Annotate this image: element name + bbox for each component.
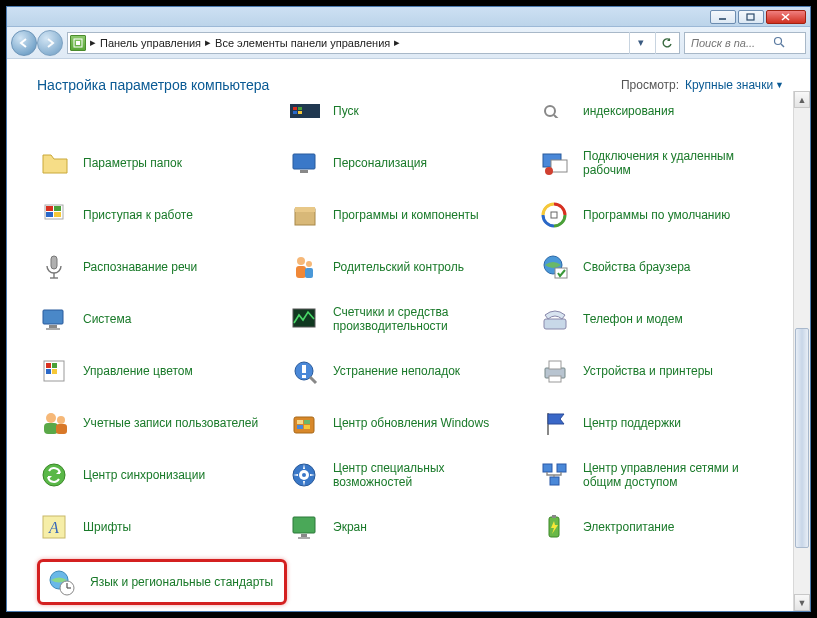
address-bar[interactable]: ▸ Панель управления ▸ Все элементы панел…	[67, 32, 680, 54]
address-dropdown-button[interactable]: ▾	[629, 32, 651, 54]
content-area: ПускиндексированияПараметры папокПерсона…	[7, 91, 810, 611]
svg-point-13	[545, 106, 555, 116]
scroll-down-button[interactable]: ▼	[794, 594, 810, 611]
svg-rect-61	[297, 425, 303, 429]
view-options: Просмотр: Крупные значки ▼	[621, 78, 784, 92]
scroll-track[interactable]	[794, 108, 810, 594]
globe-check-icon	[537, 249, 573, 285]
svg-rect-12	[298, 111, 302, 114]
cp-item-mic[interactable]: Распознавание речи	[37, 247, 287, 287]
item-label: Устройства и принтеры	[583, 364, 713, 378]
search-icon	[773, 36, 785, 50]
cp-item-defaults[interactable]: Программы по умолчанию	[537, 195, 787, 235]
svg-rect-24	[54, 212, 61, 217]
svg-rect-16	[300, 170, 308, 173]
item-label: Пуск	[333, 104, 359, 118]
svg-rect-40	[46, 328, 60, 330]
cp-item-system[interactable]: Система	[37, 299, 287, 339]
svg-rect-26	[295, 207, 315, 212]
cp-item-desktop[interactable]: Персонализация	[287, 143, 537, 183]
view-label: Просмотр:	[621, 78, 679, 92]
folder-icon	[37, 145, 73, 181]
cp-item-family[interactable]: Родительский контроль	[287, 247, 537, 287]
cp-item-update[interactable]: Центр обновления Windows	[287, 403, 537, 443]
item-label: Распознавание речи	[83, 260, 197, 274]
item-label: Учетные записи пользователей	[83, 416, 258, 430]
cp-item-action-flag[interactable]: Центр поддержки	[537, 403, 787, 443]
cp-item-users[interactable]: Учетные записи пользователей	[37, 403, 287, 443]
breadcrumb-level1[interactable]: Панель управления	[100, 37, 201, 49]
svg-rect-38	[43, 310, 63, 324]
defaults-icon	[537, 197, 573, 233]
phone-icon	[537, 301, 573, 337]
breadcrumb-level2[interactable]: Все элементы панели управления	[215, 37, 390, 49]
search-input[interactable]	[689, 36, 769, 50]
cp-item-region[interactable]: Язык и региональные стандарты	[37, 559, 287, 605]
breadcrumb-sep: ▸	[394, 36, 400, 49]
svg-rect-39	[49, 325, 57, 328]
minimize-button[interactable]	[710, 10, 736, 24]
cp-item-sync[interactable]: Центр синхронизации	[37, 455, 287, 495]
maximize-button[interactable]	[738, 10, 764, 24]
svg-rect-55	[44, 423, 58, 434]
perf-icon	[287, 301, 323, 337]
item-label: Телефон и модем	[583, 312, 683, 326]
cp-item-color[interactable]: Управление цветом	[37, 351, 287, 391]
nav-back-button[interactable]	[11, 30, 37, 56]
cp-item-phone[interactable]: Телефон и модем	[537, 299, 787, 339]
system-icon	[37, 301, 73, 337]
svg-point-33	[306, 261, 312, 267]
cp-item-font[interactable]: AШрифты	[37, 507, 287, 547]
nav-forward-button[interactable]	[37, 30, 63, 56]
refresh-button[interactable]	[655, 32, 677, 54]
cp-item[interactable]: Пуск	[287, 91, 537, 131]
mic-icon	[37, 249, 73, 285]
cp-item-ease[interactable]: Центр специальных возможностей	[287, 455, 537, 495]
svg-line-7	[781, 44, 784, 47]
item-label: Управление цветом	[83, 364, 193, 378]
search-box[interactable]	[684, 32, 806, 54]
items-panel: ПускиндексированияПараметры папокПерсона…	[7, 91, 793, 611]
breadcrumb-sep: ▸	[205, 36, 211, 49]
item-label: индексирования	[583, 104, 674, 118]
cp-item-trouble[interactable]: Устранение неполадок	[287, 351, 537, 391]
cp-item-folder[interactable]: Параметры папок	[37, 143, 287, 183]
start-icon	[287, 93, 323, 129]
svg-rect-68	[557, 464, 566, 472]
svg-rect-23	[46, 212, 53, 217]
item-label: Шрифты	[83, 520, 131, 534]
cp-item-globe-check[interactable]: Свойства браузера	[537, 247, 787, 287]
svg-rect-46	[46, 369, 51, 374]
svg-rect-57	[56, 424, 67, 434]
update-icon	[287, 405, 323, 441]
cp-item-remote[interactable]: Подключения к удаленным рабочим	[537, 143, 787, 183]
trouble-icon	[287, 353, 323, 389]
item-label: Свойства браузера	[583, 260, 691, 274]
cp-item-power[interactable]: Электропитание	[537, 507, 787, 547]
scroll-thumb[interactable]	[795, 328, 809, 548]
cp-item-perf[interactable]: Счетчики и средства производительности	[287, 299, 537, 339]
svg-rect-35	[305, 268, 313, 278]
sync-icon	[37, 457, 73, 493]
cp-item-network[interactable]: Центр управления сетями и общим доступом	[537, 455, 787, 495]
box-icon	[287, 197, 323, 233]
cp-item[interactable]: индексирования	[537, 91, 787, 131]
view-mode-dropdown[interactable]: Крупные значки ▼	[685, 78, 784, 92]
cp-item-printer[interactable]: Устройства и принтеры	[537, 351, 787, 391]
svg-point-32	[297, 257, 305, 265]
screen-icon	[287, 509, 323, 545]
item-label: Центр управления сетями и общим доступом	[583, 461, 773, 490]
svg-rect-42	[544, 319, 566, 329]
indexing-icon	[537, 93, 573, 129]
desktop-icon	[287, 145, 323, 181]
svg-rect-59	[297, 420, 303, 424]
vertical-scrollbar[interactable]: ▲ ▼	[793, 91, 810, 611]
svg-rect-72	[293, 517, 315, 533]
scroll-up-button[interactable]: ▲	[794, 91, 810, 108]
cp-item-flag[interactable]: Приступая к работе	[37, 195, 287, 235]
cp-item-screen[interactable]: Экран	[287, 507, 537, 547]
cp-item-box[interactable]: Программы и компоненты	[287, 195, 537, 235]
svg-rect-28	[551, 212, 557, 218]
svg-rect-69	[550, 477, 559, 485]
close-button[interactable]	[766, 10, 806, 24]
